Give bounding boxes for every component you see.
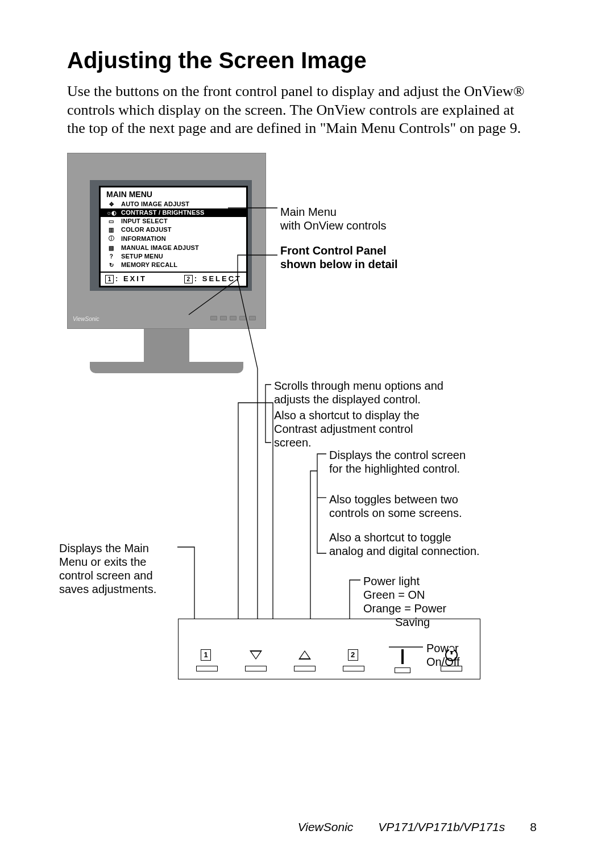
osd-item-information: ⓘINFORMATION bbox=[101, 234, 246, 244]
osd-item-setup-menu: ?SETUP MENU bbox=[101, 252, 246, 261]
front-control-panel-detail: 1 2 bbox=[178, 619, 480, 679]
osd-footer: 1: EXIT 2: SELECT bbox=[101, 272, 246, 286]
monitor-brand-label: ViewSonic bbox=[73, 316, 99, 322]
callout-select-2: Also toggles between two controls on som… bbox=[329, 493, 466, 520]
osd-main-menu: MAIN MENU ✥AUTO IMAGE ADJUST ☼◐CONTRAST … bbox=[99, 186, 248, 287]
callout-scroll-shortcut: Also a shortcut to display the Contrast … bbox=[274, 408, 450, 449]
page-title: Adjusting the Screen Image bbox=[67, 48, 533, 73]
osd-item-contrast-brightness: ☼◐CONTRAST / BRIGHTNESS bbox=[101, 208, 246, 217]
triangle-up-icon bbox=[298, 650, 311, 660]
osd-item-color-adjust: ▥COLOR ADJUST bbox=[101, 226, 246, 234]
button-2[interactable]: 2 bbox=[338, 648, 370, 673]
power-icon bbox=[445, 649, 458, 661]
callout-exit: Displays the Main Menu or exits the cont… bbox=[59, 541, 179, 596]
power-led bbox=[387, 648, 418, 673]
intro-paragraph: Use the buttons on the front control pan… bbox=[67, 82, 533, 138]
callout-select-3: Also a shortcut to toggle analog and dig… bbox=[329, 531, 488, 558]
osd-item-manual-image-adjust: ▧MANUAL IMAGE ADJUST bbox=[101, 244, 246, 252]
button-1[interactable]: 1 bbox=[191, 648, 222, 673]
button-power[interactable] bbox=[436, 648, 467, 673]
callout-main-menu: Main Menuwith OnView controls bbox=[280, 205, 386, 232]
page-footer: ViewSonic VP171/VP171b/VP171s 8 bbox=[298, 820, 537, 834]
footer-page-number: 8 bbox=[530, 820, 537, 834]
button-down[interactable] bbox=[240, 648, 271, 673]
figure: ViewSonic MAIN MENU ✥AUTO IMAGE ADJUST ☼… bbox=[67, 153, 533, 766]
callout-front-panel-heading: Front Control Panelshown below in detail bbox=[280, 244, 398, 271]
osd-title: MAIN MENU bbox=[101, 187, 246, 200]
footer-brand: ViewSonic bbox=[298, 820, 354, 834]
osd-item-auto-image-adjust: ✥AUTO IMAGE ADJUST bbox=[101, 200, 246, 208]
triangle-down-icon bbox=[250, 650, 262, 660]
osd-item-input-select: ▭INPUT SELECT bbox=[101, 217, 246, 226]
callout-scroll: Scrolls through menu options and adjusts… bbox=[274, 379, 462, 406]
osd-item-memory-recall: ↻MEMORY RECALL bbox=[101, 261, 246, 269]
page-content: Adjusting the Screen Image Use the butto… bbox=[67, 48, 533, 766]
footer-model: VP171/VP171b/VP171s bbox=[378, 820, 505, 834]
osd-item-list: ✥AUTO IMAGE ADJUST ☼◐CONTRAST / BRIGHTNE… bbox=[101, 200, 246, 272]
button-up[interactable] bbox=[289, 648, 320, 673]
callout-select-1: Displays the control screen for the high… bbox=[329, 448, 477, 475]
